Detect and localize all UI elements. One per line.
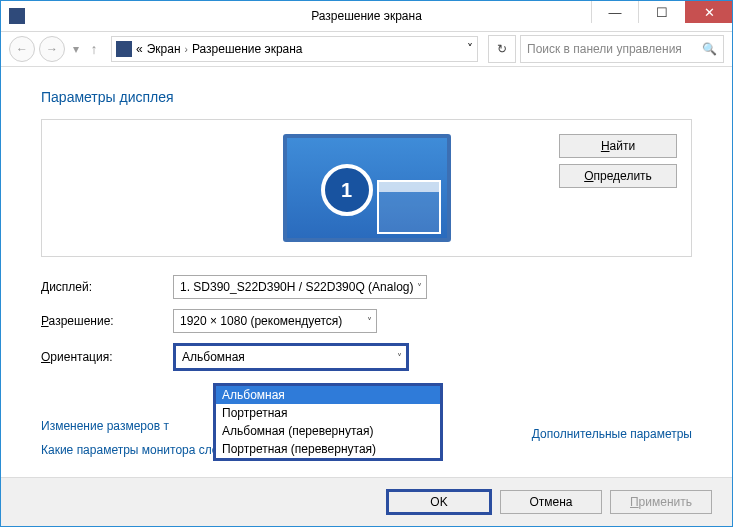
navigation-bar: ← → ▾ ↑ « Экран › Разрешение экрана ˅ ↻ … [1, 32, 732, 67]
display-select[interactable]: 1. SD390_S22D390H / S22D390Q (Analog) ˅ [173, 275, 427, 299]
search-input[interactable]: Поиск в панели управления 🔍 [520, 35, 724, 63]
resolution-label: Разрешение: [41, 314, 173, 328]
titlebar[interactable]: Разрешение экрана — ☐ ✕ [1, 1, 732, 32]
display-label: Дисплей: [41, 280, 173, 294]
display-row: Дисплей: 1. SD390_S22D390H / S22D390Q (A… [41, 275, 692, 299]
forward-button[interactable]: → [39, 36, 65, 62]
cancel-button[interactable]: Отмена [500, 490, 602, 514]
find-button[interactable]: Найти [559, 134, 677, 158]
orientation-select[interactable]: Альбомная ˅ [173, 343, 409, 371]
display-value: 1. SD390_S22D390H / S22D390Q (Analog) [180, 280, 413, 294]
search-icon: 🔍 [702, 42, 717, 56]
chevron-down-icon: ˅ [417, 282, 422, 293]
monitor-number-badge: 1 [321, 164, 373, 216]
orientation-option-portrait-flipped[interactable]: Портретная (перевернутая) [216, 440, 440, 458]
preview-side-buttons: Найти Определить [559, 134, 677, 188]
address-bar[interactable]: « Экран › Разрешение экрана ˅ [111, 36, 478, 62]
chevron-down-icon: ˅ [367, 316, 372, 327]
breadcrumb-screen[interactable]: Экран [147, 42, 181, 56]
chevron-down-icon: ˅ [397, 352, 402, 363]
orientation-option-landscape[interactable]: Альбомная [216, 386, 440, 404]
ok-button[interactable]: OK [386, 489, 492, 515]
apply-button[interactable]: Применить [610, 490, 712, 514]
back-button[interactable]: ← [9, 36, 35, 62]
close-button[interactable]: ✕ [685, 1, 732, 23]
refresh-button[interactable]: ↻ [488, 35, 516, 63]
display-preview-panel: 1 Найти Определить [41, 119, 692, 257]
orientation-value: Альбомная [182, 350, 245, 364]
maximize-button[interactable]: ☐ [638, 1, 685, 23]
location-icon [116, 41, 132, 57]
resolution-value: 1920 × 1080 (рекомендуется) [180, 314, 342, 328]
orientation-label: Ориентация: [41, 350, 173, 364]
resolution-row: Разрешение: 1920 × 1080 (рекомендуется) … [41, 309, 692, 333]
orientation-option-landscape-flipped[interactable]: Альбомная (перевернутая) [216, 422, 440, 440]
detect-button[interactable]: Определить [559, 164, 677, 188]
breadcrumb-sep: › [185, 44, 188, 55]
monitor-grid-icon [377, 180, 441, 234]
search-placeholder: Поиск в панели управления [527, 42, 682, 56]
content-area: Параметры дисплея 1 Найти Определить Дис… [1, 67, 732, 477]
advanced-settings-link[interactable]: Дополнительные параметры [532, 427, 692, 441]
window-frame: Разрешение экрана — ☐ ✕ ← → ▾ ↑ « Экран … [0, 0, 733, 527]
app-icon [9, 8, 25, 24]
window-controls: — ☐ ✕ [591, 1, 732, 23]
breadcrumb-prefix: « [136, 42, 143, 56]
address-dropdown-icon[interactable]: ˅ [467, 42, 473, 56]
up-button[interactable]: ↑ [87, 37, 101, 61]
orientation-row: Ориентация: Альбомная ˅ [41, 343, 692, 371]
monitor-preview[interactable]: 1 [283, 134, 451, 242]
dialog-footer: OK Отмена Применить [1, 477, 732, 526]
minimize-button[interactable]: — [591, 1, 638, 23]
breadcrumb-resolution[interactable]: Разрешение экрана [192, 42, 303, 56]
orientation-dropdown: Альбомная Портретная Альбомная (переверн… [213, 383, 443, 461]
page-title: Параметры дисплея [41, 89, 692, 105]
history-dropdown-icon[interactable]: ▾ [69, 37, 83, 61]
resolution-select[interactable]: 1920 × 1080 (рекомендуется) ˅ [173, 309, 377, 333]
orientation-option-portrait[interactable]: Портретная [216, 404, 440, 422]
